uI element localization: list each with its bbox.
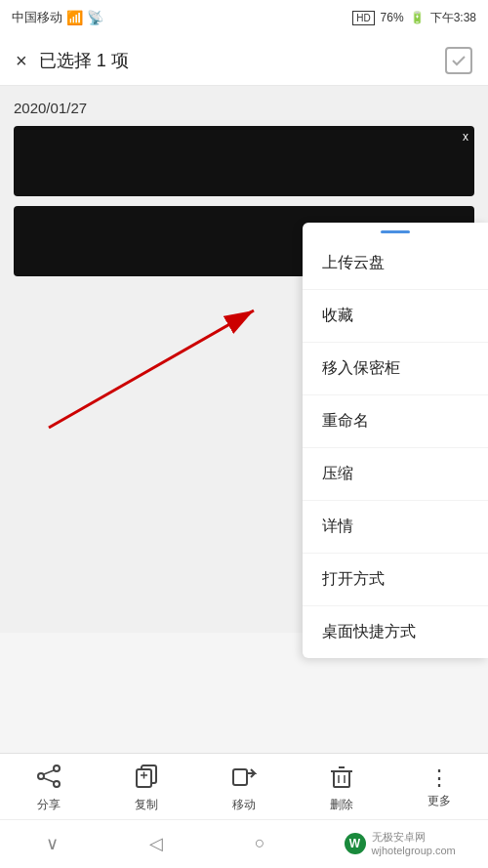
delete-button[interactable]: 删除: [312, 764, 371, 813]
watermark-url: wjhotelgroup.com: [372, 845, 456, 856]
svg-point-2: [38, 773, 44, 779]
menu-item-shortcut[interactable]: 桌面快捷方式: [303, 606, 488, 658]
page-title: 已选择 1 项: [39, 49, 129, 72]
move-label: 移动: [232, 797, 256, 813]
more-icon: ⋮: [428, 767, 450, 789]
move-icon: [231, 764, 257, 793]
home-circle-icon: ○: [255, 833, 265, 853]
hd-badge: HD: [352, 11, 374, 25]
svg-line-5: [44, 770, 54, 774]
svg-line-6: [44, 778, 54, 782]
delete-icon: [329, 764, 354, 793]
menu-item-upload[interactable]: 上传云盘: [303, 237, 488, 290]
share-label: 分享: [37, 797, 61, 813]
svg-line-1: [49, 310, 254, 428]
nav-back-button[interactable]: ∨: [32, 832, 71, 855]
copy-icon: [134, 764, 159, 793]
svg-point-4: [54, 781, 60, 787]
menu-item-rename[interactable]: 重命名: [303, 395, 488, 448]
nav-triangle-button[interactable]: ◁: [137, 832, 176, 855]
menu-item-open-with[interactable]: 打开方式: [303, 554, 488, 606]
copy-label: 复制: [135, 797, 158, 813]
nav-bar: ∨ ◁ ○ W 无极安卓网 wjhotelgroup.com: [0, 819, 488, 868]
bottom-bar: 分享 复制 移动: [0, 753, 488, 868]
date-label: 2020/01/27: [14, 100, 474, 116]
menu-item-vault[interactable]: 移入保密柜: [303, 343, 488, 395]
time-text: 下午3:38: [430, 10, 476, 26]
menu-indicator: [381, 230, 410, 233]
context-menu: 上传云盘 收藏 移入保密柜 重命名 压缩 详情 打开方式 桌面快捷方式: [303, 223, 488, 658]
menu-item-compress[interactable]: 压缩: [303, 448, 488, 501]
brand-name: 无极安卓网: [372, 830, 456, 845]
svg-rect-12: [334, 771, 349, 787]
down-chevron-icon: ∨: [46, 833, 59, 854]
nav-home-button[interactable]: ○: [240, 832, 279, 855]
brand-text: 无极安卓网 wjhotelgroup.com: [372, 830, 456, 856]
top-bar-left: × 已选择 1 项: [16, 49, 129, 72]
status-right: HD 76% 🔋 下午3:38: [352, 10, 476, 26]
carrier-text: 中国移动: [12, 9, 62, 26]
checkmark-icon: [451, 53, 467, 68]
more-label: 更多: [427, 793, 451, 809]
battery-text: 76%: [381, 11, 404, 24]
menu-item-favorite[interactable]: 收藏: [303, 290, 488, 343]
signal-icon: 📶: [66, 10, 83, 25]
wifi-icon: 📡: [87, 10, 103, 25]
file-item-1[interactable]: x: [14, 126, 474, 196]
svg-point-3: [54, 765, 60, 771]
triangle-icon: ◁: [149, 833, 163, 854]
brand-logo: W: [345, 833, 366, 854]
file-badge-1: x: [463, 130, 468, 144]
battery-icon: 🔋: [410, 11, 425, 24]
delete-label: 删除: [330, 797, 353, 813]
share-button[interactable]: 分享: [20, 764, 78, 813]
more-button[interactable]: ⋮ 更多: [410, 767, 468, 809]
watermark: W 无极安卓网 wjhotelgroup.com: [345, 826, 456, 860]
svg-rect-11: [233, 769, 247, 785]
status-bar: 中国移动 📶 📡 HD 76% 🔋 下午3:38: [0, 0, 488, 35]
status-left: 中国移动 📶 📡: [12, 9, 103, 26]
copy-button[interactable]: 复制: [117, 764, 176, 813]
menu-item-details[interactable]: 详情: [303, 501, 488, 554]
top-bar: × 已选择 1 项: [0, 35, 488, 86]
action-bar: 分享 复制 移动: [0, 754, 488, 819]
move-button[interactable]: 移动: [215, 764, 273, 813]
share-icon: [36, 764, 61, 793]
main-content: 2020/01/27 x 上传云盘 收藏 移入保密柜 重命名 压缩 详情 打开方…: [0, 86, 488, 633]
close-button[interactable]: ×: [16, 51, 27, 70]
arrow-indicator: [20, 281, 312, 437]
select-all-button[interactable]: [445, 47, 472, 74]
